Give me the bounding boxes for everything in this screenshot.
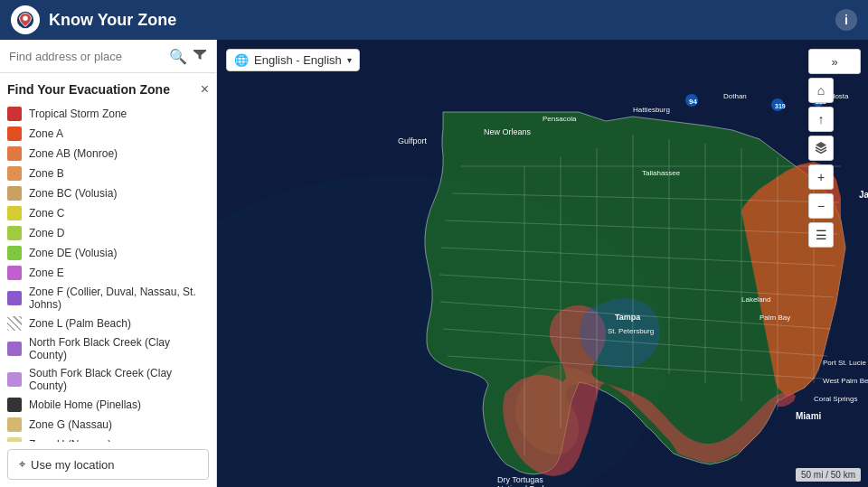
legend-item-label: Zone BC (Volusia) [29,187,117,200]
legend-color-swatch [7,398,22,412]
legend-color-swatch [7,246,22,260]
legend-item-mobile-home[interactable]: Mobile Home (Pinellas) [7,395,209,415]
legend-item-label: Zone D [29,227,64,239]
legend-close-button[interactable]: × [201,82,209,97]
svg-text:New Orleans: New Orleans [484,127,532,136]
scale-bar: 50 mi / 50 km [796,468,861,482]
legend-color-swatch [7,266,22,280]
expand-button[interactable]: » [808,49,861,74]
legend-item-zone-g[interactable]: Zone G (Nassau) [7,415,209,435]
legend-item-north-fork[interactable]: North Fork Black Creek (Clay County) [7,333,209,364]
layers-button[interactable] [808,136,834,161]
legend-item-zone-a[interactable]: Zone A [7,124,209,144]
svg-text:319: 319 [775,103,786,109]
legend-color-swatch [7,437,22,442]
legend-color-swatch [7,342,22,356]
legend-item-label: Zone C [29,207,64,220]
legend-item-zone-bc[interactable]: Zone BC (Volusia) [7,183,209,203]
svg-text:West Palm Beach: West Palm Beach [823,377,868,385]
language-icon: 🌐 [234,53,249,67]
search-icon[interactable]: 🔍 [169,48,187,65]
legend-header: Find Your Evacuation Zone × [7,82,209,97]
legend-item-label: Zone H (Nassau) [29,438,111,442]
layers-icon [815,141,827,156]
list-icon: ☰ [816,228,827,242]
legend-color-swatch [7,186,22,201]
legend-color-swatch [7,107,22,121]
legend-item-zone-de[interactable]: Zone DE (Volusia) [7,243,209,263]
zoom-in-icon: + [817,170,825,184]
legend-item-zone-b[interactable]: Zone B [7,164,209,183]
legend-item-label: Zone DE (Volusia) [29,247,117,259]
legend-item-zone-f[interactable]: Zone F (Collier, Duval, Nassau, St. John… [7,283,209,314]
home-button[interactable]: ⌂ [808,78,834,103]
legend-item-zone-h[interactable]: Zone H (Nassau) [7,435,209,442]
legend-item-label: Zone G (Nassau) [29,418,112,431]
legend-color-swatch [7,206,22,220]
search-bar: 🔍 [0,40,216,73]
legend-color-swatch [7,166,22,181]
zoom-out-button[interactable]: − [808,193,834,219]
svg-text:Palm Bay: Palm Bay [760,314,790,322]
svg-text:Coral Springs: Coral Springs [814,395,857,403]
app-header: Know Your Zone i [0,0,868,40]
language-selector[interactable]: 🌐 English - English ▾ [226,49,360,71]
legend-color-swatch [7,372,22,387]
legend-color-swatch [7,291,22,305]
legend-item-label: Zone L (Palm Beach) [29,317,131,330]
legend-item-zone-ab[interactable]: Zone AB (Monroe) [7,144,209,164]
svg-text:Tallahassee: Tallahassee [642,169,681,177]
filter-icon[interactable] [193,47,207,65]
svg-text:Dry Tortugas: Dry Tortugas [497,475,543,484]
dropdown-chevron-icon: ▾ [347,55,352,65]
svg-text:Dothan: Dothan [723,92,747,100]
main-layout: 🔍 Find Your Evacuation Zone × Tropical S… [0,40,868,487]
legend-item-zone-e[interactable]: Zone E [7,263,209,283]
legend-item-label: Zone AB (Monroe) [29,147,118,160]
info-button[interactable]: i [835,9,857,31]
zoom-in-button[interactable]: + [808,164,834,190]
list-button[interactable]: ☰ [808,222,834,248]
legend-item-zone-l[interactable]: Zone L (Palm Beach) [7,314,209,333]
app-logo [11,5,40,34]
legend-item-tropical-storm[interactable]: Tropical Storm Zone [7,104,209,124]
scale-label: 50 mi / 50 km [801,470,855,480]
svg-text:Pensacola: Pensacola [542,115,577,123]
search-input[interactable] [9,50,164,63]
legend-color-swatch [7,226,22,240]
use-location-button[interactable]: ⌖ Use my location [7,449,209,480]
svg-point-1 [23,15,28,21]
svg-text:Tampa: Tampa [615,313,641,322]
legend-title: Find Your Evacuation Zone [7,82,170,97]
language-label: English - English [254,53,342,67]
legend-item-label: Zone A [29,127,63,140]
svg-text:Gulfport: Gulfport [398,136,428,145]
expand-icon: » [831,55,837,69]
zoom-out-icon: − [817,199,825,213]
svg-text:Hattiesburg: Hattiesburg [633,106,670,114]
legend-item-south-fork[interactable]: South Fork Black Creek (Clay County) [7,364,209,395]
sidebar: 🔍 Find Your Evacuation Zone × Tropical S… [0,40,217,487]
legend-color-swatch [7,126,22,141]
home-icon: ⌂ [817,83,825,98]
legend-item-label: Tropical Storm Zone [29,108,127,120]
map-svg: Jacksonville Tampa St. Petersburg Miami … [217,40,868,487]
legend-panel: Find Your Evacuation Zone × Tropical Sto… [0,73,216,442]
app-title: Know Your Zone [49,11,826,30]
legend-item-label: Mobile Home (Pinellas) [29,398,141,411]
svg-text:Port St. Lucie: Port St. Lucie [823,359,867,367]
legend-color-swatch [7,146,22,161]
legend-color-swatch [7,417,22,432]
legend-item-label: Zone B [29,167,64,180]
legend-item-zone-d[interactable]: Zone D [7,223,209,243]
map-container[interactable]: Jacksonville Tampa St. Petersburg Miami … [217,40,868,487]
location-btn-label: Use my location [31,458,114,472]
svg-text:St. Petersburg: St. Petersburg [608,327,654,335]
share-button[interactable]: ↑ [808,107,834,132]
legend-item-zone-c[interactable]: Zone C [7,203,209,223]
svg-text:Miami: Miami [796,411,822,421]
svg-text:94: 94 [689,98,697,106]
share-icon: ↑ [818,112,825,126]
legend-item-label: South Fork Black Creek (Clay County) [29,367,209,392]
map-controls: » ⌂ ↑ + − [808,49,861,248]
